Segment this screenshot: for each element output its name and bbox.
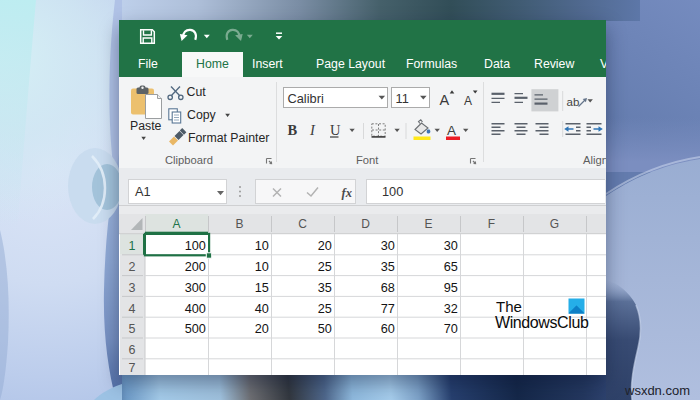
svg-text:U: U bbox=[330, 122, 341, 138]
svg-text:1: 1 bbox=[129, 239, 136, 253]
svg-text:25: 25 bbox=[318, 260, 332, 274]
svg-text:A: A bbox=[447, 123, 456, 138]
svg-text:5: 5 bbox=[129, 322, 136, 336]
svg-text:C: C bbox=[298, 217, 307, 231]
svg-text:15: 15 bbox=[255, 281, 269, 295]
svg-text:200: 200 bbox=[185, 260, 206, 274]
svg-text:4: 4 bbox=[129, 302, 136, 316]
svg-text:E: E bbox=[424, 217, 432, 231]
svg-text:65: 65 bbox=[444, 260, 458, 274]
svg-text:400: 400 bbox=[185, 302, 206, 316]
svg-text:60: 60 bbox=[381, 322, 395, 336]
svg-text:B: B bbox=[288, 122, 298, 138]
svg-text:500: 500 bbox=[185, 322, 206, 336]
svg-text:300: 300 bbox=[185, 281, 206, 295]
svg-text:100: 100 bbox=[185, 239, 206, 253]
svg-text:7: 7 bbox=[129, 361, 136, 375]
svg-text:10: 10 bbox=[255, 260, 269, 274]
svg-text:35: 35 bbox=[318, 281, 332, 295]
svg-text:6: 6 bbox=[129, 343, 136, 357]
svg-text:30: 30 bbox=[444, 239, 458, 253]
svg-text:A: A bbox=[464, 94, 472, 108]
svg-text:50: 50 bbox=[318, 322, 332, 336]
svg-text:3: 3 bbox=[129, 281, 136, 295]
svg-text:20: 20 bbox=[318, 239, 332, 253]
svg-text:ab: ab bbox=[567, 96, 580, 108]
svg-text:A: A bbox=[172, 217, 180, 231]
svg-text:30: 30 bbox=[381, 239, 395, 253]
svg-text:35: 35 bbox=[381, 260, 395, 274]
svg-text:10: 10 bbox=[255, 239, 269, 253]
svg-text:77: 77 bbox=[381, 302, 395, 316]
svg-text:A: A bbox=[440, 92, 450, 108]
svg-text:B: B bbox=[235, 217, 243, 231]
svg-text:70: 70 bbox=[444, 322, 458, 336]
svg-text:25: 25 bbox=[318, 302, 332, 316]
svg-text:2: 2 bbox=[129, 260, 136, 274]
svg-text:32: 32 bbox=[444, 302, 458, 316]
svg-text:40: 40 bbox=[255, 302, 269, 316]
svg-text:95: 95 bbox=[444, 281, 458, 295]
svg-text:fx: fx bbox=[342, 186, 352, 200]
svg-text:I: I bbox=[309, 122, 316, 138]
svg-text:D: D bbox=[361, 217, 370, 231]
svg-text:G: G bbox=[550, 217, 559, 231]
svg-text:68: 68 bbox=[381, 281, 395, 295]
svg-text:20: 20 bbox=[255, 322, 269, 336]
svg-text:F: F bbox=[488, 217, 495, 231]
